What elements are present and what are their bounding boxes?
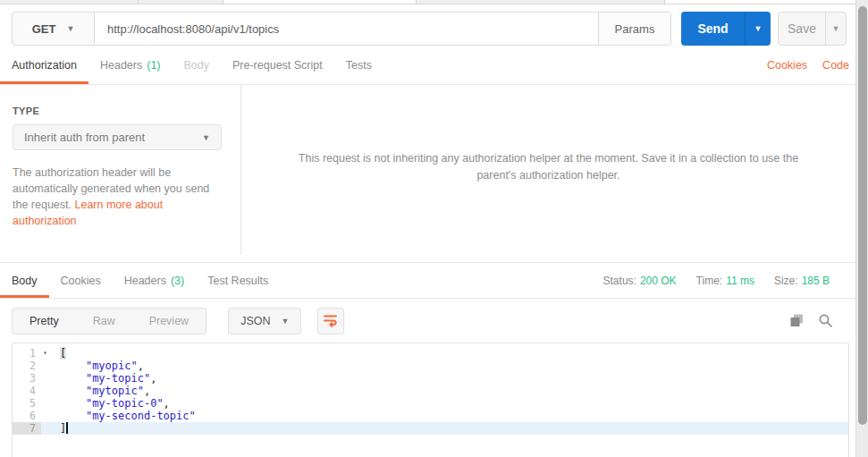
line-number: 6 — [13, 410, 41, 422]
code-text: "mytopic", — [41, 385, 150, 397]
request-builder: GET ▼ Params Send ▼ Save ▼ — [12, 12, 847, 46]
size-meta: Size:185 B — [774, 275, 830, 287]
wrap-text-icon — [324, 314, 338, 327]
auth-type-dropdown[interactable]: Inherit auth from parent ▼ — [13, 124, 222, 150]
wrap-text-button[interactable] — [317, 308, 344, 334]
response-body-editor[interactable]: 1▾[2 "myopic",3 "my-topic",4 "mytopic",5… — [12, 343, 849, 457]
tab-test-results[interactable]: Test Results — [196, 263, 280, 298]
status-meta: Status:200 OK — [603, 275, 677, 287]
format-dropdown[interactable]: JSON ▼ — [228, 308, 301, 334]
send-dropdown-caret[interactable]: ▼ — [745, 12, 771, 46]
code-text: "my-topic", — [41, 372, 156, 385]
code-lines: 1▾[2 "myopic",3 "my-topic",4 "mytopic",5… — [13, 347, 848, 435]
save-dropdown-caret[interactable]: ▼ — [825, 13, 846, 45]
scrollbar-thumb[interactable] — [858, 6, 867, 425]
headers-count-badge: (1) — [147, 59, 160, 72]
tab-segment-active[interactable] — [223, 0, 417, 4]
raw-view-button[interactable]: Raw — [76, 309, 132, 334]
tab-response-headers[interactable]: Headers (3) — [113, 263, 197, 298]
save-button-group: Save ▼ — [778, 12, 847, 46]
auth-help-text: The authorization header will be automat… — [13, 165, 225, 229]
code-line: 4 "mytopic", — [13, 385, 848, 397]
response-toolbar: Pretty Raw Preview JSON ▼ — [0, 299, 855, 343]
send-button-group: Send ▼ — [681, 12, 771, 46]
tab-segment[interactable] — [417, 0, 665, 4]
code-line: 3 "my-topic", — [13, 372, 848, 385]
auth-helper-message: This request is not inheriting any autho… — [284, 150, 813, 184]
code-text: ] — [41, 422, 68, 435]
view-mode-switch: Pretty Raw Preview — [12, 308, 206, 334]
request-tabs-strip[interactable] — [0, 0, 855, 4]
code-text: "myopic", — [41, 360, 144, 372]
tab-body[interactable]: Body — [173, 47, 222, 84]
auth-helper-panel: This request is not inheriting any autho… — [241, 85, 855, 262]
code-line: 6 "my-second-topic" — [13, 410, 848, 422]
tab-pre-request-script[interactable]: Pre-request Script — [221, 47, 334, 84]
chevron-down-icon: ▼ — [281, 317, 289, 326]
search-response-button[interactable] — [818, 313, 833, 328]
line-number: 2 — [13, 360, 41, 372]
line-number: 3 — [13, 372, 41, 385]
auth-type-value: Inherit auth from parent — [24, 131, 145, 144]
type-label: TYPE — [13, 106, 224, 116]
code-line: 2 "myopic", — [13, 360, 848, 372]
code-line: 1▾[ — [13, 347, 848, 360]
tab-response-body[interactable]: Body — [0, 263, 49, 298]
pretty-view-button[interactable]: Pretty — [13, 309, 76, 334]
tab-tests[interactable]: Tests — [334, 47, 383, 84]
tab-segment[interactable] — [139, 0, 223, 4]
chevron-down-icon: ▼ — [66, 24, 74, 33]
chevron-down-icon: ▼ — [202, 133, 210, 142]
format-value: JSON — [240, 315, 270, 327]
size-value: 185 B — [802, 275, 830, 287]
response-tool-icons — [789, 313, 855, 328]
response-headers-count-badge: (3) — [171, 275, 184, 287]
method-label: GET — [32, 22, 56, 36]
save-button[interactable]: Save — [779, 13, 825, 45]
status-value: 200 OK — [640, 275, 677, 287]
tab-headers[interactable]: Headers (1) — [88, 47, 173, 84]
request-links: Cookies Code — [767, 47, 855, 84]
copy-response-button[interactable] — [789, 313, 805, 328]
response-tabs: Body Cookies Headers (3) Test Results St… — [0, 262, 855, 299]
tab-segment — [665, 0, 855, 4]
cookies-link[interactable]: Cookies — [767, 59, 807, 72]
tab-response-cookies[interactable]: Cookies — [49, 263, 113, 298]
auth-type-column: TYPE Inherit auth from parent ▼ The auth… — [0, 85, 241, 255]
code-line: 5 "my-topic-0", — [13, 397, 848, 410]
url-input[interactable] — [95, 13, 598, 45]
params-button[interactable]: Params — [598, 13, 670, 45]
vertical-scrollbar[interactable] — [855, 0, 868, 457]
line-number: 4 — [13, 385, 41, 397]
fold-caret-icon[interactable]: ▾ — [43, 347, 47, 360]
code-line: 7] — [13, 422, 848, 435]
line-number: 1 — [13, 347, 41, 360]
tab-segment[interactable] — [0, 0, 139, 4]
code-link[interactable]: Code — [822, 59, 849, 72]
code-text: "my-second-topic" — [41, 410, 196, 422]
line-number: 5 — [13, 397, 41, 410]
url-group: Params — [95, 12, 671, 46]
request-tabs: Authorization Headers (1) Body Pre-reque… — [0, 47, 855, 85]
method-dropdown[interactable]: GET ▼ — [12, 12, 95, 46]
send-button[interactable]: Send — [681, 12, 745, 46]
tab-authorization[interactable]: Authorization — [0, 47, 88, 84]
code-text: "my-topic-0", — [41, 397, 170, 410]
time-meta: Time:11 ms — [696, 275, 754, 287]
response-meta: Status:200 OK Time:11 ms Size:185 B — [603, 263, 855, 298]
line-number: 7 — [13, 422, 41, 435]
authorization-panel: TYPE Inherit auth from parent ▼ The auth… — [0, 85, 855, 262]
time-value: 11 ms — [726, 275, 754, 287]
text-cursor — [66, 422, 68, 434]
preview-view-button[interactable]: Preview — [132, 309, 206, 334]
